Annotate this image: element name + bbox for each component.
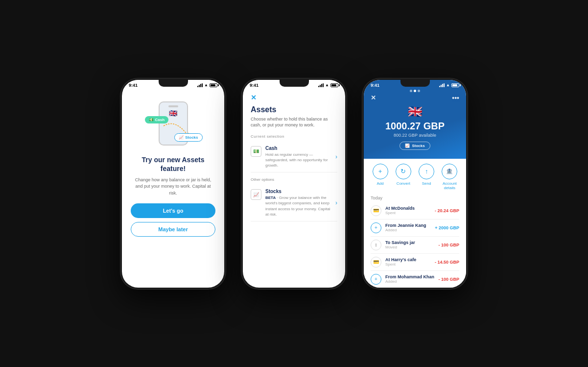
assets-illustration: 🇬🇧 💵 Cash bbox=[149, 97, 198, 150]
assets-feature-title: Try our new Assets feature! bbox=[131, 155, 215, 173]
close-button-3[interactable]: ✕ bbox=[371, 94, 376, 101]
tx-info-5: From Mohammad Khan Added bbox=[385, 274, 434, 284]
stocks-tag[interactable]: 📈 Stocks bbox=[400, 142, 430, 150]
other-options-label: Other options bbox=[251, 177, 337, 182]
cash-option-card[interactable]: 💵 Cash Hold as regular currency — safegu… bbox=[251, 142, 337, 173]
notch-1 bbox=[159, 80, 188, 87]
add-action[interactable]: + Add bbox=[373, 164, 388, 191]
stocks-option-name: Stocks bbox=[265, 189, 331, 194]
tx-amount-3: - 100 GBP bbox=[438, 243, 459, 247]
cash-bubble: 💵 Cash bbox=[145, 116, 169, 123]
tx-name-1: At McDonalds bbox=[385, 206, 431, 211]
tx-type-4: Spent bbox=[385, 262, 431, 267]
tx-info-1: At McDonalds Spent bbox=[385, 206, 431, 215]
status-icons-2: ▲ bbox=[318, 83, 338, 87]
signal-icon-2 bbox=[318, 83, 324, 87]
stocks-tag-icon: 📈 bbox=[405, 144, 410, 148]
assets-subtitle: Choose whether to hold this balance as c… bbox=[251, 116, 337, 128]
cash-icon: 💵 bbox=[149, 118, 154, 122]
chevron-right-icon-2: › bbox=[335, 199, 337, 206]
tx-info-4: At Harry's cafe Spent bbox=[385, 257, 431, 267]
tx-type-1: Spent bbox=[385, 211, 431, 215]
stocks-option-desc: BETA · Grow your balance with the world'… bbox=[265, 195, 331, 217]
tx-amount-5: - 100 GBP bbox=[438, 277, 459, 282]
header-close-row: ✕ ••• bbox=[371, 94, 459, 102]
phone-2: 9:41 ▲ ✕ Assets Choose whether to hold t… bbox=[241, 78, 347, 289]
tx-icon-1: 💳 bbox=[371, 205, 381, 216]
status-icons-3: ▲ bbox=[439, 83, 459, 87]
stocks-option-card[interactable]: 📈 Stocks BETA · Grow your balance with t… bbox=[251, 185, 337, 221]
stocks-option-text: Stocks BETA · Grow your balance with the… bbox=[265, 189, 331, 217]
tx-name-2: From Jeannie Kang bbox=[385, 223, 431, 228]
tx-type-2: Added bbox=[385, 228, 431, 232]
transaction-4[interactable]: 💳 At Harry's cafe Spent - 14.50 GBP bbox=[371, 254, 459, 271]
signal-icon bbox=[197, 83, 203, 87]
tx-amount-2: + 2000 GBP bbox=[435, 225, 459, 230]
tx-amount-1: - 20.24 GBP bbox=[435, 208, 459, 213]
transaction-3[interactable]: ↕ To Savings jar Moved - 100 GBP bbox=[371, 237, 459, 254]
cash-option-name: Cash bbox=[265, 146, 331, 151]
account-details-action[interactable]: 🏦 Accountdetails bbox=[442, 164, 457, 191]
wifi-icon-3: ▲ bbox=[446, 83, 450, 87]
convert-icon: ↻ bbox=[396, 164, 411, 179]
cash-option-icon: 💵 bbox=[251, 146, 261, 157]
transaction-2[interactable]: + From Jeannie Kang Added + 2000 GBP bbox=[371, 220, 459, 237]
chevron-right-icon: › bbox=[335, 153, 337, 160]
dot-1 bbox=[410, 90, 412, 92]
close-button-2[interactable]: ✕ bbox=[251, 94, 337, 101]
tx-icon-2: + bbox=[371, 222, 381, 233]
time-2: 9:41 bbox=[250, 83, 259, 88]
account-details-icon: 🏦 bbox=[442, 164, 457, 179]
tx-icon-4: 💳 bbox=[371, 257, 381, 268]
actions-row: + Add ↻ Convert ↑ Send 🏦 Accountdetails bbox=[364, 159, 466, 193]
stocks-icon: 📈 bbox=[179, 135, 184, 140]
tx-type-3: Moved bbox=[385, 245, 434, 249]
convert-action[interactable]: ↻ Convert bbox=[396, 164, 411, 191]
transaction-1[interactable]: 💳 At McDonalds Spent - 20.24 GBP bbox=[371, 202, 459, 220]
send-label: Send bbox=[422, 181, 431, 186]
stocks-tag-label: Stocks bbox=[412, 144, 424, 148]
wifi-icon: ▲ bbox=[204, 83, 208, 87]
status-icons-1: ▲ bbox=[197, 83, 217, 87]
notch-3 bbox=[400, 80, 430, 87]
today-section-label: Today bbox=[364, 193, 466, 202]
battery-icon bbox=[210, 83, 217, 87]
cash-label: Cash bbox=[155, 118, 165, 122]
wifi-icon-2: ▲ bbox=[325, 83, 329, 87]
account-details-label: Accountdetails bbox=[443, 181, 457, 191]
more-options-button[interactable]: ••• bbox=[452, 94, 459, 102]
phone1-body: 🇬🇧 💵 Cash bbox=[122, 90, 224, 288]
maybe-later-button[interactable]: Maybe later bbox=[131, 222, 215, 237]
currency-flag: 🇬🇧 bbox=[371, 105, 459, 119]
dot-3 bbox=[418, 90, 420, 92]
tx-name-4: At Harry's cafe bbox=[385, 257, 431, 262]
phone2-screen: ✕ Assets Choose whether to hold this bal… bbox=[243, 90, 345, 288]
lets-go-button[interactable]: Let's go bbox=[131, 203, 215, 218]
tx-name-3: To Savings jar bbox=[385, 240, 434, 245]
tx-amount-4: - 14.50 GBP bbox=[435, 260, 459, 265]
phone3-screen: ✕ ••• 🇬🇧 1000.27 GBP 800.22 GBP availabl… bbox=[364, 90, 466, 288]
tx-info-3: To Savings jar Moved bbox=[385, 240, 434, 249]
transaction-5[interactable]: + From Mohammad Khan Added - 100 GBP bbox=[371, 271, 459, 288]
stocks-option-icon: 📈 bbox=[251, 189, 261, 200]
phone-3: 9:41 ▲ bbox=[362, 78, 468, 289]
convert-label: Convert bbox=[397, 181, 410, 186]
cash-option-desc: Hold as regular currency — safeguarded, … bbox=[265, 152, 331, 169]
tx-icon-5: + bbox=[371, 274, 381, 285]
assets-title: Assets bbox=[251, 105, 337, 114]
tx-type-5: Added bbox=[385, 279, 434, 284]
phone3-header: ✕ ••• 🇬🇧 1000.27 GBP 800.22 GBP availabl… bbox=[364, 90, 466, 159]
send-icon: ↑ bbox=[419, 164, 434, 179]
transactions-list: 💳 At McDonalds Spent - 20.24 GBP + From … bbox=[364, 202, 466, 288]
phone1-screen: 🇬🇧 💵 Cash bbox=[122, 90, 224, 288]
stocks-label: Stocks bbox=[185, 135, 198, 140]
tx-icon-3: ↕ bbox=[371, 240, 381, 250]
balance-amount: 1000.27 GBP bbox=[371, 121, 459, 132]
tx-name-5: From Mohammad Khan bbox=[385, 274, 434, 279]
phone2-body: ✕ Assets Choose whether to hold this bal… bbox=[243, 90, 345, 288]
notch-2 bbox=[280, 80, 309, 87]
battery-icon-3 bbox=[451, 83, 459, 87]
available-amount: 800.22 GBP available bbox=[371, 133, 459, 138]
send-action[interactable]: ↑ Send bbox=[419, 164, 434, 191]
dot-2 bbox=[414, 90, 416, 92]
